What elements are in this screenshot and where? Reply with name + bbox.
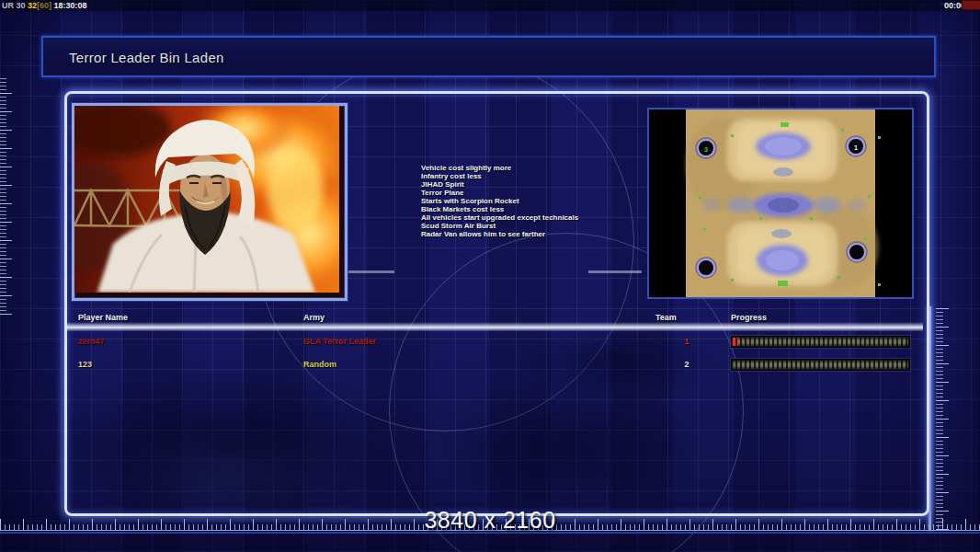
player-name: 123 — [78, 360, 92, 369]
player-team: 1 — [678, 337, 695, 346]
ruler-left — [0, 77, 13, 315]
spawn-marker-bottom-right — [847, 242, 867, 262]
trait-line: All vehicles start upgraded except techn… — [421, 213, 660, 222]
trait-line: JIHAD Spirit — [421, 180, 660, 189]
corner-indicator — [962, 0, 980, 10]
trait-line: Terror Plane — [421, 189, 660, 197]
player-team: 2 — [678, 360, 695, 369]
trait-line: Black Markets cost less — [421, 205, 660, 213]
progress-track — [733, 361, 908, 369]
ruler-right — [936, 306, 950, 530]
table-header-divider — [66, 322, 923, 331]
resolution-label: 3840 x 2160 — [0, 507, 980, 534]
fps-cap: [60] — [37, 1, 51, 10]
progress-bar — [731, 359, 910, 371]
player-army: Random — [303, 360, 336, 369]
player-army: GLA Terror Leader — [303, 337, 376, 346]
portrait-image — [74, 106, 339, 293]
portrait-panel — [72, 103, 348, 301]
column-header-team: Team — [655, 313, 677, 322]
spawn-marker-top-right: 1 — [846, 136, 866, 156]
progress-bar — [731, 336, 910, 348]
trait-line: Vehicle cost slightly more — [421, 164, 660, 172]
session-label: UR 30 — [0, 1, 26, 10]
minimap-panel: 3 1 — [647, 108, 914, 299]
column-header-player-name: Player Name — [78, 313, 128, 322]
fps-counter: 32 — [28, 1, 37, 10]
trait-line: Starts with Scorpion Rocket — [421, 197, 660, 205]
minimap-image: 3 1 — [649, 109, 912, 297]
spawn-marker-bottom-left — [696, 258, 716, 278]
title-bar: Terror Leader Bin Laden — [41, 36, 936, 77]
trait-line: Radar Van allows him to see farther — [421, 230, 660, 238]
page-title: Terror Leader Bin Laden — [69, 50, 224, 65]
loading-screen: UR 30 32[60] 18:30:08 00:00:00 Terror Le… — [0, 0, 980, 552]
faction-traits-list: Vehicle cost slightly more Infantry cost… — [421, 164, 660, 238]
column-header-army: Army — [303, 313, 325, 322]
clock: 18:30:08 — [54, 1, 87, 10]
player-name: zero47 — [78, 337, 105, 346]
column-header-progress: Progress — [731, 313, 767, 322]
progress-track — [733, 338, 908, 346]
trait-line: Scud Storm Air Burst — [421, 222, 660, 230]
spawn-marker-top-left: 3 — [696, 138, 716, 158]
svg-text:3: 3 — [704, 145, 709, 154]
trait-line: Infantry cost less — [421, 172, 660, 180]
progress-fill — [733, 338, 738, 346]
status-bar: UR 30 32[60] 18:30:08 — [0, 0, 980, 11]
svg-text:1: 1 — [854, 144, 859, 152]
